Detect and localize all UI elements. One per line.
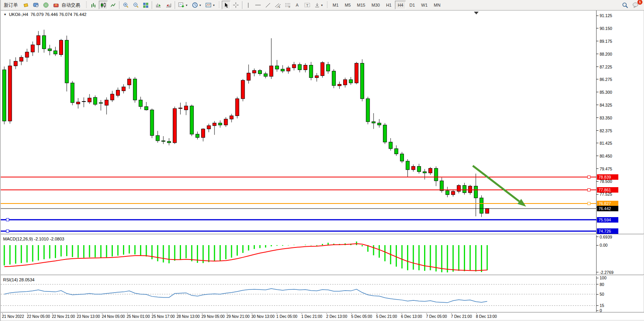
timeframe-button-M15[interactable]: M15 (354, 1, 368, 9)
bar-chart-button[interactable] (89, 1, 98, 9)
price-tick-mark (597, 67, 598, 67)
search-icon (622, 2, 628, 9)
price-tick-label: 89.175 (600, 39, 612, 44)
timeframe-button-H1[interactable]: H1 (383, 1, 394, 9)
timeframe-button-MN[interactable]: MN (431, 1, 443, 9)
candle-body (82, 101, 86, 102)
candle-body (196, 134, 199, 137)
chart-shift-button[interactable] (164, 1, 173, 9)
candle-body (235, 99, 239, 116)
toolbar-grip[interactable] (86, 2, 88, 9)
price-tick-mark (597, 143, 598, 143)
price-tick-mark (597, 54, 598, 54)
zoom-out-button[interactable] (131, 1, 140, 9)
text-tool-button[interactable]: A (293, 1, 302, 9)
time-axis-label: 28 Nov 13:00 (177, 314, 200, 319)
periods-button[interactable]: ▼ (190, 1, 203, 9)
rsi-tick-label: 15 (600, 303, 604, 308)
timeframe-button-D1[interactable]: D1 (407, 1, 418, 9)
candle-body (54, 51, 57, 54)
signals-button[interactable] (41, 1, 51, 9)
indicators-button[interactable]: ▼ (177, 1, 190, 9)
macd-tick-label: -2.2769 (600, 270, 614, 275)
price-tick-label: 78.500 (600, 179, 612, 184)
time-axis-label: 5 Dec 21:00 (376, 314, 397, 319)
zoom-in-button[interactable] (121, 1, 130, 9)
text-label-tool-button[interactable]: T (303, 1, 312, 9)
channel-tool-button[interactable]: E (273, 1, 283, 9)
rsi-tick-mark (597, 305, 598, 306)
price-tick-label: 81.425 (600, 141, 612, 146)
notifications-button[interactable]: 1 (631, 1, 640, 9)
horizontal-line-tool-button[interactable] (253, 1, 263, 9)
timeframe-button-M30[interactable]: M30 (369, 1, 383, 9)
price-tick-label: 88.200 (600, 52, 612, 56)
new-order-button[interactable]: 新订单 (1, 1, 21, 9)
chart-area[interactable]: ▼ UKOil-,H4 76.079 76.446 76.074 76.442 … (1, 11, 644, 321)
price-tick-label: 80.450 (600, 154, 612, 158)
symbol-quote-line[interactable]: ▼ UKOil-,H4 76.079 76.446 76.074 76.442 (4, 12, 86, 17)
timeframe-button-H4[interactable]: H4 (395, 1, 406, 9)
collapse-triangle-icon[interactable]: ▼ (4, 13, 7, 16)
rsi-indicator-label: RSI(14) 28.0534 (3, 277, 35, 282)
vertical-line-tool-button[interactable] (244, 1, 253, 9)
candle-body (71, 83, 74, 103)
timeframe-button-M5[interactable]: M5 (342, 1, 353, 9)
time-axis-label: 7 Dec 21:00 (451, 314, 472, 319)
crosshair-icon (233, 2, 239, 8)
candlestick-chart-button[interactable] (99, 1, 108, 9)
toolbar-grip[interactable] (326, 2, 328, 9)
timeframe-button-M1[interactable]: M1 (330, 1, 341, 9)
candle-body (42, 36, 46, 49)
templates-button[interactable]: ▼ (204, 1, 217, 9)
candle-body (474, 186, 477, 198)
candle-body (93, 97, 97, 104)
candle-body (434, 168, 438, 181)
candle-body (469, 186, 472, 193)
candle-body (207, 126, 211, 129)
line-chart-button[interactable] (109, 1, 118, 9)
fibonacci-tool-button[interactable]: F (283, 1, 293, 9)
arrows-tool-button[interactable]: ▼ (313, 1, 325, 9)
chart-shift-marker[interactable] (474, 12, 479, 14)
rsi-tick-mark (597, 294, 598, 295)
toolbar-grip[interactable] (218, 2, 220, 9)
candle-body (173, 109, 177, 143)
candle-body (116, 90, 120, 96)
tile-windows-button[interactable] (141, 1, 150, 9)
price-tick-mark (597, 130, 598, 131)
text-icon: A (295, 2, 300, 8)
trendline-tool-button[interactable] (263, 1, 272, 9)
macd-tick-mark (597, 245, 598, 246)
crosshair-button[interactable] (231, 1, 240, 9)
time-axis-label: 29 Nov 21:00 (226, 314, 250, 319)
auto-trading-button[interactable]: 自动交易 (51, 1, 84, 9)
toolbar-separator (119, 1, 119, 9)
candle-body (76, 102, 80, 104)
svg-text:A: A (296, 3, 299, 7)
macd-tick-label: 0.00 (600, 243, 607, 247)
price-tick-label: 87.225 (600, 65, 612, 69)
macd-panel (4, 242, 487, 272)
cursor-button[interactable] (222, 1, 230, 9)
price-tick-mark (597, 156, 598, 156)
auto-scroll-button[interactable] (154, 1, 163, 9)
timeframe-button-W1[interactable]: W1 (418, 1, 430, 9)
candle-body (8, 66, 12, 121)
price-tick-label: 85.300 (600, 90, 612, 95)
panel-separator-main-macd[interactable] (1, 234, 644, 235)
candle-body (122, 87, 125, 91)
chart-window-button[interactable] (21, 1, 30, 9)
line-handle (6, 230, 9, 232)
panel-separator-macd-rsi[interactable] (1, 275, 644, 276)
price-tick-mark (597, 28, 598, 28)
market-watch-button[interactable] (31, 1, 40, 9)
candle-body (417, 167, 421, 172)
candle-body (412, 167, 415, 170)
candle-body (179, 108, 182, 109)
trend-arrow[interactable] (473, 166, 526, 207)
candle-body (383, 125, 387, 142)
horizontal-lines[interactable] (1, 176, 596, 233)
search-button[interactable] (620, 1, 630, 9)
zoom-in-icon (123, 2, 129, 8)
